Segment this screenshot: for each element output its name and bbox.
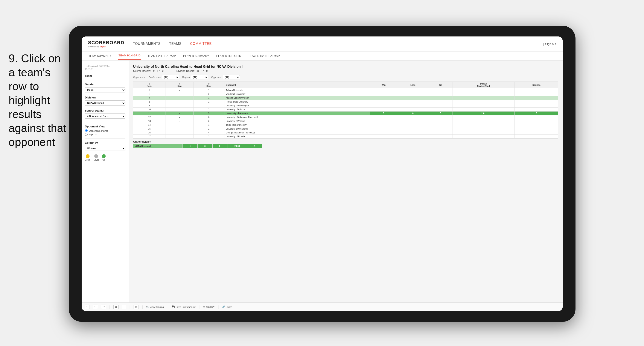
- grid-title: University of North Carolina Head-to-Hea…: [133, 65, 558, 69]
- conference-filter: Conference (All): [148, 75, 179, 79]
- sign-out-button[interactable]: | Sign out: [543, 42, 556, 46]
- division-select[interactable]: NCAA Division I: [85, 100, 126, 105]
- tab-team-h2h-heatmap[interactable]: TEAM H2H HEATMAP: [147, 51, 176, 60]
- toolbar-separator: |: [109, 305, 110, 309]
- toolbar-separator2: |: [130, 305, 130, 309]
- legend-up: Up: [102, 154, 106, 161]
- selected-table-row[interactable]: 11 - 5 University of Alabama 3 0 0 2.61 …: [133, 111, 558, 115]
- out-of-division-label: Out of division: [133, 139, 558, 144]
- table-row[interactable]: 4 - 1 Arizona State University: [133, 96, 558, 100]
- opponent-select[interactable]: (All): [223, 75, 240, 79]
- region-select[interactable]: (All): [191, 75, 208, 79]
- tab-player-h2h-heatmap[interactable]: PLAYER H2H HEATMAP: [248, 51, 280, 60]
- tablet-screen: SCOREBOARD Powered by clippi TOURNAMENTS…: [82, 36, 562, 311]
- toolbar-separator4: |: [168, 305, 168, 309]
- radio-top100[interactable]: Top 100: [85, 133, 126, 136]
- opponent-filter: Opponent (All): [211, 75, 240, 79]
- main-content: Last Updated: 27/03/2024 16:55:38 Team G…: [82, 60, 562, 303]
- nav-items: TOURNAMENTS TEAMS COMMITTEE: [133, 41, 543, 47]
- division-record: Division Record: 88 - 17 - 0: [176, 69, 208, 72]
- opponent-view-label: Opponent View: [85, 125, 126, 128]
- down-dot: [86, 154, 90, 158]
- app-logo: SCOREBOARD: [88, 40, 124, 45]
- table-row[interactable]: 8 - 2 University of Washington: [133, 104, 558, 108]
- col-reg: #Reg: [166, 82, 194, 88]
- toolbar-separator5: |: [199, 305, 200, 309]
- watch-button[interactable]: 👁 Watch ▾: [203, 306, 215, 308]
- table-row[interactable]: 17 - 3 University of Florida: [133, 135, 558, 139]
- powered-by-text: Powered by clippi: [88, 45, 124, 48]
- toolbar-separator3: |: [142, 305, 143, 309]
- conference-select[interactable]: (All): [162, 75, 179, 79]
- region-filter: Region (All): [182, 75, 208, 79]
- overall-record: Overall Record: 89 - 17 - 0: [133, 69, 164, 72]
- level-dot: [94, 154, 98, 158]
- table-row[interactable]: 10 - 3 University of Arizona: [133, 108, 558, 111]
- legend-level: Level: [94, 154, 99, 161]
- table-row[interactable]: 3 - 2 Vanderbilt University: [133, 92, 558, 96]
- table-row[interactable]: 14 - 1 Texas Tech University: [133, 123, 558, 127]
- legend: Down Level Up: [85, 154, 126, 161]
- opponents-label: Opponents:: [133, 76, 146, 78]
- col-tie: Tie: [428, 82, 452, 88]
- gender-label: Gender: [85, 83, 126, 86]
- view-original-button[interactable]: 👀 View: Original: [146, 306, 164, 308]
- up-dot: [102, 154, 106, 158]
- table-row[interactable]: 16 - 4 Georgia Institute of Technology: [133, 131, 558, 135]
- radio-opponents-played[interactable]: Opponents Played: [85, 129, 126, 132]
- last-updated: Last Updated: 27/03/2024 16:55:38: [85, 65, 126, 71]
- col-rounds: Rounds: [515, 82, 558, 88]
- out-of-division-row[interactable]: NCAA Division II 1 0 0 26.00 3: [133, 144, 262, 148]
- save-custom-button[interactable]: 💾 Save Custom View: [172, 306, 196, 308]
- back-button[interactable]: ↩: [101, 305, 106, 309]
- gender-select[interactable]: Men's: [85, 87, 126, 92]
- team-label: Team: [85, 74, 126, 77]
- nav-tournaments[interactable]: TOURNAMENTS: [133, 41, 160, 47]
- colour-by-label: Colour by: [85, 141, 126, 144]
- table-row[interactable]: 6 - 2 Florida State University: [133, 100, 558, 104]
- grid-header: University of North Carolina Head-to-Hea…: [133, 65, 558, 79]
- tab-team-summary[interactable]: TEAM SUMMARY: [88, 51, 112, 60]
- col-opponent: Opponent: [224, 82, 370, 88]
- nav-committee[interactable]: COMMITTEE: [190, 41, 212, 47]
- col-win: Win: [370, 82, 397, 88]
- col-loss: Loss: [397, 82, 429, 88]
- instruction-body: Click on a team's row to highlight resul…: [8, 52, 66, 148]
- sidebar: Last Updated: 27/03/2024 16:55:38 Team G…: [82, 60, 129, 303]
- crop-button[interactable]: ▦: [114, 305, 118, 309]
- table-row[interactable]: 13 - 3 University of Virginia: [133, 119, 558, 123]
- sub-nav: TEAM SUMMARY TEAM H2H GRID TEAM H2H HEAT…: [82, 51, 562, 60]
- step-number: 9.: [8, 52, 18, 64]
- colour-by-select[interactable]: Win/loss: [85, 146, 126, 151]
- tab-player-summary[interactable]: PLAYER SUMMARY: [183, 51, 209, 60]
- add-button[interactable]: +: [122, 305, 126, 309]
- col-conf: #Conf: [193, 82, 224, 88]
- tab-team-h2h-grid[interactable]: TEAM H2H GRID: [118, 51, 141, 60]
- legend-down: Down: [85, 154, 90, 161]
- toolbar-separator6: |: [218, 305, 218, 309]
- grid-records: Overall Record: 89 - 17 - 0 Division Rec…: [133, 69, 558, 72]
- table-row[interactable]: 12 - 6 University of Arkansas, Fayettevi…: [133, 115, 558, 119]
- table-header: #Rank #Reg #Conf Opponent Win Loss Tie D…: [133, 82, 558, 88]
- table-row[interactable]: 15 - 2 University of Oklahoma: [133, 127, 558, 131]
- out-of-division-table: NCAA Division II 1 0 0 26.00 3: [133, 144, 262, 148]
- top-nav: SCOREBOARD Powered by clippi TOURNAMENTS…: [82, 36, 562, 51]
- school-label: School (Rank): [85, 109, 126, 112]
- nav-teams[interactable]: TEAMS: [169, 41, 182, 47]
- share-button[interactable]: 🔗 Share: [222, 306, 232, 308]
- school-select[interactable]: # University of Nort...: [85, 113, 126, 119]
- tab-player-h2h-grid[interactable]: PLAYER H2H GRID: [216, 51, 242, 60]
- table-body: 2 - 1 Auburn University 3 - 2 Vanderbilt…: [133, 88, 558, 139]
- undo-button[interactable]: ↩: [85, 305, 90, 309]
- filters-row: Opponents: Conference (All) Region (All): [133, 75, 558, 79]
- table-row[interactable]: 2 - 1 Auburn University: [133, 88, 558, 92]
- col-diff: Diff AvStrokes/Rnd: [452, 82, 514, 88]
- col-rank: #Rank: [133, 82, 166, 88]
- bottom-toolbar: ↩ ↪ ↩ | ▦ + | ◉ | 👀 View: Original | 💾 S…: [82, 303, 562, 311]
- division-label: Division: [85, 96, 126, 99]
- grid-area: University of North Carolina Head-to-Hea…: [129, 60, 562, 303]
- logo-area: SCOREBOARD Powered by clippi: [88, 40, 124, 48]
- opponent-view-group: Opponents Played Top 100: [85, 129, 126, 136]
- clock-button[interactable]: ◉: [134, 305, 139, 309]
- redo-button[interactable]: ↪: [93, 305, 98, 309]
